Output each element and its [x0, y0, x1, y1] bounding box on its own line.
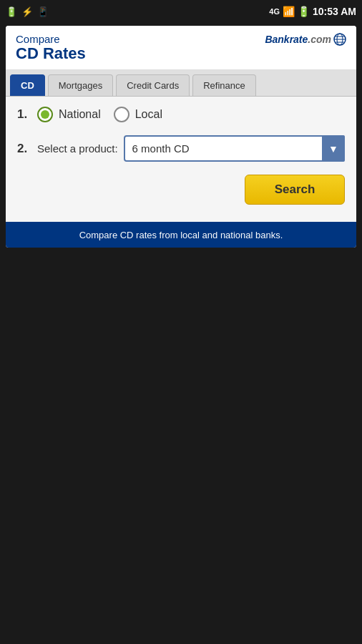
phone-icon: 📱	[37, 6, 49, 17]
tab-bar: CD Mortgages Credit Cards Refinance	[6, 70, 356, 97]
tab-refinance[interactable]: Refinance	[192, 74, 256, 96]
footer-banner: Compare CD rates from local and national…	[6, 222, 356, 248]
location-radio-group: National Local	[37, 107, 162, 122]
battery-icon: 🔋	[298, 6, 310, 17]
globe-icon	[333, 33, 346, 46]
national-radio-circle[interactable]	[37, 107, 53, 122]
national-radio[interactable]: National	[37, 107, 101, 122]
search-button-row: Search	[17, 175, 345, 205]
footer-text: Compare CD rates from local and national…	[79, 230, 283, 240]
status-bar: 🔋 ⚡ 📱 4G 📶 🔋 10:53 AM	[0, 0, 362, 23]
national-radio-inner	[41, 110, 49, 119]
bankrate-dotcom-text: .com	[308, 34, 331, 45]
signal-icon: 📶	[283, 6, 295, 17]
status-icons-left: 🔋 ⚡ 📱	[6, 6, 49, 17]
product-select-wrapper: 6 month CD 1 year CD 2 year CD 3 year CD…	[124, 135, 345, 162]
product-select[interactable]: 6 month CD 1 year CD 2 year CD 3 year CD…	[124, 135, 345, 162]
network-icon: 4G	[269, 7, 280, 16]
usb-icon: ⚡	[21, 6, 33, 17]
time-display: 10:53 AM	[313, 6, 356, 17]
battery-status-icon: 🔋	[6, 6, 17, 17]
bankrate-brand-text: Bankrate	[265, 34, 308, 45]
step1-row: 1. National Local	[17, 107, 345, 122]
cd-rates-title: CD Rates	[16, 45, 86, 62]
local-radio[interactable]: Local	[114, 107, 162, 122]
tab-cd[interactable]: CD	[10, 74, 45, 96]
local-radio-circle[interactable]	[114, 107, 129, 122]
compare-label: Compare	[16, 33, 86, 45]
tab-credit-cards[interactable]: Credit Cards	[116, 74, 190, 96]
app-container: Compare CD Rates Bankrate .com CD Mortga…	[6, 26, 356, 248]
status-right: 4G 📶 🔋 10:53 AM	[269, 6, 356, 17]
header: Compare CD Rates Bankrate .com	[6, 26, 356, 70]
step2-number: 2.	[17, 142, 37, 156]
tab-mortgages[interactable]: Mortgages	[48, 74, 113, 96]
step2-row: 2. Select a product: 6 month CD 1 year C…	[17, 135, 345, 162]
local-label: Local	[135, 108, 162, 121]
step1-number: 1.	[17, 107, 37, 122]
national-label: National	[59, 108, 101, 121]
content-area: 1. National Local 2. Select a product:	[6, 97, 356, 222]
header-title-section: Compare CD Rates	[16, 33, 86, 62]
product-label: Select a product:	[37, 142, 118, 155]
bankrate-logo: Bankrate .com	[265, 33, 346, 46]
search-button[interactable]: Search	[245, 175, 345, 205]
